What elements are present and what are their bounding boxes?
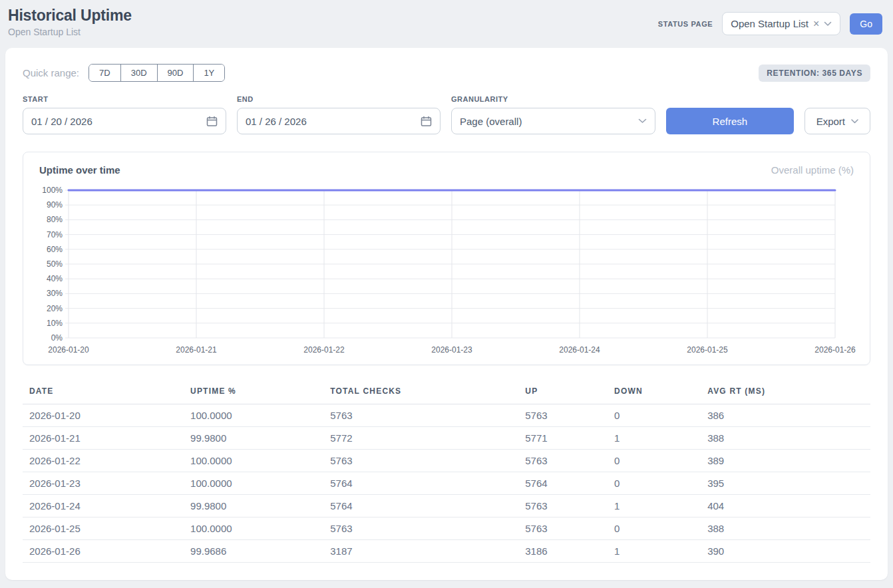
column-header-uptime: UPTIME % <box>184 382 323 404</box>
svg-text:100%: 100% <box>42 186 63 195</box>
table-cell: 2026-01-21 <box>23 427 184 450</box>
svg-text:70%: 70% <box>47 230 63 239</box>
table-cell: 2026-01-25 <box>23 517 184 540</box>
table-cell: 5763 <box>323 404 518 427</box>
svg-text:80%: 80% <box>47 215 63 224</box>
table-cell: 0 <box>608 472 701 495</box>
export-button[interactable]: Export <box>804 108 870 134</box>
chevron-down-icon <box>851 119 858 124</box>
top-header: Historical Uptime Open Startup List STAT… <box>0 0 893 47</box>
svg-text:20%: 20% <box>47 304 63 313</box>
table-row: 2026-01-2499.9800576457631404 <box>23 495 870 517</box>
quick-range-label: Quick range: <box>23 67 79 78</box>
svg-text:90%: 90% <box>47 200 63 210</box>
table-cell: 386 <box>701 404 870 427</box>
granularity-select[interactable]: Page (overall) <box>451 108 655 134</box>
svg-text:50%: 50% <box>47 259 63 269</box>
column-header-up: UP <box>518 382 608 404</box>
filter-form-row: START 01 / 20 / 2026 END 01 / 26 / 2026 … <box>23 95 870 134</box>
svg-text:60%: 60% <box>47 245 63 254</box>
granularity-label: GRANULARITY <box>451 95 655 103</box>
table-cell: 5764 <box>323 472 518 495</box>
column-header-avgrt: AVG RT (MS) <box>701 382 870 404</box>
end-date-value: 01 / 26 / 2026 <box>246 116 307 127</box>
range-button-90d[interactable]: 90D <box>157 65 194 81</box>
table-cell: 100.0000 <box>184 450 323 472</box>
table-cell: 5771 <box>518 427 608 450</box>
table-cell: 5763 <box>323 450 518 472</box>
table-cell: 0 <box>608 517 701 540</box>
table-cell: 5772 <box>323 427 518 450</box>
table-row: 2026-01-2199.9800577257711388 <box>23 427 870 450</box>
start-date-input[interactable]: 01 / 20 / 2026 <box>23 108 226 134</box>
range-button-1y[interactable]: 1Y <box>193 65 224 81</box>
page-title: Historical Uptime <box>8 7 132 25</box>
table-cell: 388 <box>701 517 870 540</box>
svg-text:0%: 0% <box>51 333 63 343</box>
table-row: 2026-01-20100.0000576357630386 <box>23 404 870 427</box>
svg-text:2026-01-22: 2026-01-22 <box>303 345 345 355</box>
table-cell: 2026-01-23 <box>23 472 184 495</box>
end-date-input[interactable]: 01 / 26 / 2026 <box>237 108 441 134</box>
table-cell: 5763 <box>518 517 608 540</box>
column-header-total: TOTAL CHECKS <box>323 382 518 404</box>
quick-range-left: Quick range: 7D 30D 90D 1Y <box>23 64 225 82</box>
table-cell: 100.0000 <box>184 472 323 495</box>
svg-text:2026-01-26: 2026-01-26 <box>814 345 856 355</box>
svg-text:2026-01-20: 2026-01-20 <box>48 345 89 355</box>
table-cell: 3186 <box>518 540 608 563</box>
table-cell: 100.0000 <box>184 404 323 427</box>
end-label: END <box>237 95 441 103</box>
clear-icon[interactable]: × <box>813 19 819 29</box>
table-body: 2026-01-20100.00005763576303862026-01-21… <box>23 404 870 563</box>
status-page-select[interactable]: Open Startup List × <box>722 12 840 35</box>
granularity-value: Page (overall) <box>460 116 522 127</box>
start-label: START <box>23 95 226 103</box>
table-cell: 100.0000 <box>184 517 323 540</box>
go-button[interactable]: Go <box>850 13 882 35</box>
title-block: Historical Uptime Open Startup List <box>8 7 132 37</box>
main-card: Quick range: 7D 30D 90D 1Y RETENTION: 36… <box>5 48 888 580</box>
range-button-7d[interactable]: 7D <box>89 65 120 81</box>
svg-text:30%: 30% <box>47 289 63 298</box>
end-date-field: END 01 / 26 / 2026 <box>237 95 441 134</box>
status-page-value: Open Startup List <box>731 18 808 29</box>
svg-text:10%: 10% <box>47 319 63 328</box>
table-cell: 2026-01-26 <box>23 540 184 563</box>
calendar-icon[interactable] <box>206 116 218 127</box>
svg-text:40%: 40% <box>47 274 63 283</box>
column-header-date: DATE <box>23 382 184 404</box>
start-date-value: 01 / 20 / 2026 <box>31 116 92 127</box>
chevron-down-icon <box>824 21 832 27</box>
table-row: 2026-01-25100.0000576357630388 <box>23 517 870 540</box>
table-cell: 1 <box>608 495 701 517</box>
table-header-row: DATE UPTIME % TOTAL CHECKS UP DOWN AVG R… <box>23 382 870 404</box>
uptime-chart-svg: 0%10%20%30%40%50%60%70%80%90%100%2026-01… <box>38 185 858 358</box>
table-cell: 5763 <box>518 404 608 427</box>
svg-text:2026-01-21: 2026-01-21 <box>176 345 217 355</box>
calendar-icon[interactable] <box>421 116 432 127</box>
table-cell: 0 <box>608 450 701 472</box>
table-cell: 404 <box>701 495 870 517</box>
range-button-30d[interactable]: 30D <box>120 65 157 81</box>
table-cell: 5763 <box>518 495 608 517</box>
refresh-button[interactable]: Refresh <box>666 108 794 134</box>
page-subtitle: Open Startup List <box>8 27 132 37</box>
uptime-chart-card: Uptime over time Overall uptime (%) 0%10… <box>23 152 870 365</box>
quick-range-group: 7D 30D 90D 1Y <box>89 64 225 82</box>
table-cell: 389 <box>701 450 870 472</box>
quick-range-row: Quick range: 7D 30D 90D 1Y RETENTION: 36… <box>23 64 870 82</box>
table-cell: 395 <box>701 472 870 495</box>
chevron-down-icon <box>638 118 647 124</box>
start-date-field: START 01 / 20 / 2026 <box>23 95 226 134</box>
table-cell: 2026-01-22 <box>23 450 184 472</box>
table-cell: 2026-01-24 <box>23 495 184 517</box>
table-row: 2026-01-2699.9686318731861390 <box>23 540 870 563</box>
table-row: 2026-01-23100.0000576457640395 <box>23 472 870 495</box>
table-cell: 390 <box>701 540 870 563</box>
chart-header: Uptime over time Overall uptime (%) <box>38 164 855 185</box>
table-head: DATE UPTIME % TOTAL CHECKS UP DOWN AVG R… <box>23 382 870 404</box>
table-cell: 99.9686 <box>184 540 323 563</box>
granularity-field: GRANULARITY Page (overall) <box>451 95 655 134</box>
table-cell: 1 <box>608 427 701 450</box>
